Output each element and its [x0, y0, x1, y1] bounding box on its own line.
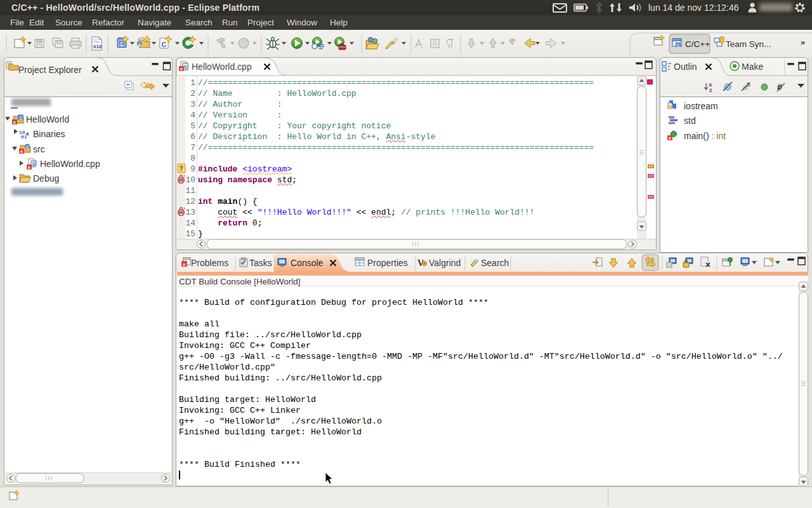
- svg-text:»: »: [801, 37, 805, 47]
- svg-text:010: 010: [93, 44, 102, 50]
- svg-text:c: c: [138, 42, 141, 46]
- svg-text:?: ?: [180, 165, 183, 172]
- svg-text:01: 01: [21, 134, 27, 140]
- svg-text:Team Syn...: Team Syn...: [726, 39, 771, 49]
- svg-text:x: x: [183, 262, 186, 267]
- svg-text:C: C: [120, 41, 124, 47]
- svg-text:c: c: [184, 64, 187, 69]
- svg-text:C: C: [32, 161, 36, 166]
- svg-text:C: C: [26, 145, 29, 149]
- svg-text:C/C++: C/C++: [685, 39, 710, 49]
- svg-text:C: C: [162, 41, 167, 48]
- svg-text:z: z: [709, 87, 712, 93]
- svg-text:C: C: [19, 115, 23, 121]
- svg-text:C: C: [677, 43, 680, 48]
